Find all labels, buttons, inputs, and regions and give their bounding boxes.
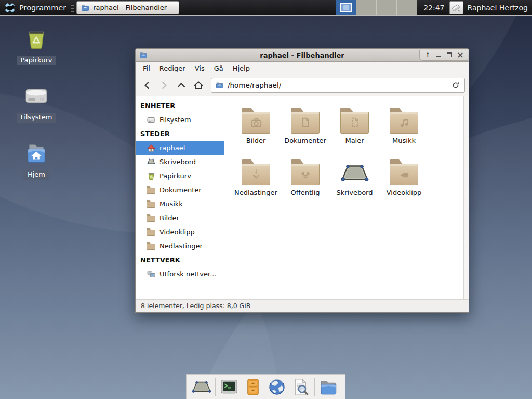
drive-icon (147, 116, 155, 124)
file-label: Nedlastinger (234, 189, 277, 196)
sidebar-item-label: Nedlastinger (159, 242, 203, 250)
desktop-icon-filsystem[interactable]: Filsystem (7, 84, 65, 123)
desktop-icon-hjem[interactable]: Hjem (7, 141, 65, 180)
folder-document-icon (291, 103, 320, 134)
file-search-button[interactable] (290, 377, 311, 397)
folder-video-icon (390, 155, 418, 186)
up-button[interactable] (174, 78, 189, 92)
sidebar-item-nedlastinger[interactable]: Nedlastinger (136, 239, 224, 253)
maximize-button[interactable] (444, 50, 455, 60)
window-folder-icon (139, 51, 148, 59)
desktop[interactable]: Papirkurv Filsystem (0, 16, 532, 399)
sidebar-item-raphael[interactable]: raphael (136, 141, 224, 155)
sidebar-header-steder: STEDER (136, 127, 224, 141)
drive-icon (24, 84, 49, 109)
desktop-icon-papirkurv[interactable]: Papirkurv (7, 27, 65, 65)
workspace-4[interactable] (397, 0, 417, 15)
desktop-icon (340, 155, 370, 186)
network-icon (147, 270, 155, 278)
folder-icon (147, 186, 155, 194)
vertical-scrollbar[interactable] (463, 96, 469, 299)
titlebar[interactable]: raphael - Filbehandler ↑ × (136, 49, 469, 62)
folder-icon (147, 228, 155, 236)
sidebar-item-musikk[interactable]: Musikk (136, 197, 224, 211)
sidebar-header-nettverk: NETTVERK (136, 253, 224, 267)
folder-window-icon (81, 4, 89, 12)
workspace-1[interactable] (336, 0, 356, 15)
window-controls: ↑ × (419, 50, 468, 61)
dock-separator (215, 378, 216, 396)
file-label: Dokumenter (284, 137, 326, 144)
menu-ga[interactable]: Gå (209, 62, 228, 75)
sidebar: ENHETER Filsystem STEDER (136, 96, 224, 299)
file-skrivebord[interactable]: Skrivebord (330, 155, 379, 207)
user-menu-button[interactable] (449, 1, 463, 14)
workspace-3[interactable] (377, 0, 397, 15)
sidebar-item-label: Musikk (159, 200, 183, 208)
sidebar-item-label: Skrivebord (159, 158, 196, 166)
folder-camera-icon (242, 103, 270, 134)
sidebar-item-papirkurv[interactable]: Papirkurv (136, 169, 224, 183)
desktop-icon-label: Papirkurv (17, 56, 57, 65)
panel-grip[interactable] (71, 4, 74, 12)
sidebar-item-label: Utforsk nettver... (159, 270, 217, 278)
close-button[interactable]: × (455, 50, 466, 60)
status-bar: 8 ielementer, Ledig plass: 8,0 GiB (136, 299, 469, 312)
file-maler[interactable]: Maler (330, 103, 379, 155)
sidebar-item-dokumenter[interactable]: Dokumenter (136, 183, 224, 197)
terminal-button[interactable] (219, 377, 240, 397)
minimize-button[interactable] (433, 50, 444, 60)
file-dokumenter[interactable]: Dokumenter (281, 103, 330, 155)
desktop-icon (147, 158, 155, 166)
file-view[interactable]: Bilder Dokumenter (224, 96, 469, 299)
workspace-switcher (336, 0, 417, 15)
toolbar (136, 75, 469, 96)
screen: Programmer raphael - Filbehandler (0, 0, 532, 399)
taskbar-window-button[interactable]: raphael - Filbehandler (76, 1, 179, 14)
xfce-applications-icon (4, 2, 16, 14)
file-bilder[interactable]: Bilder (231, 103, 281, 155)
folder-music-icon (390, 103, 418, 134)
file-label: Bilder (246, 137, 266, 144)
folder-share-icon (291, 155, 320, 186)
file-offentlig[interactable]: Offentlig (281, 155, 330, 207)
folder-icon (147, 200, 155, 208)
show-desktop-button[interactable] (191, 377, 212, 397)
sidebar-item-utforsk-nettverk[interactable]: Utforsk nettver... (136, 267, 224, 281)
file-musikk[interactable]: Musikk (379, 103, 429, 155)
path-input[interactable] (228, 81, 447, 89)
sidebar-item-skrivebord[interactable]: Skrivebord (136, 155, 224, 169)
home-button[interactable] (191, 78, 206, 92)
path-bar[interactable] (211, 78, 465, 93)
sidebar-header-enheter: ENHETER (136, 99, 224, 113)
workspace-2[interactable] (356, 0, 377, 15)
back-button[interactable] (139, 78, 155, 92)
taskbar-window-label: raphael - Filbehandler (93, 4, 167, 11)
sidebar-item-filsystem[interactable]: Filsystem (136, 113, 224, 127)
sidebar-item-label: Papirkurv (159, 172, 191, 180)
menu-rediger[interactable]: Rediger (155, 62, 190, 75)
sidebar-item-label: Bilder (159, 214, 179, 222)
menu-fil[interactable]: Fil (138, 62, 155, 75)
file-manager-window: raphael - Filbehandler ↑ × Fil Rediger V… (135, 48, 469, 313)
web-browser-button[interactable] (267, 377, 287, 397)
clock: 22:47 (423, 4, 444, 12)
shade-button[interactable]: ↑ (422, 50, 433, 60)
file-label: Maler (345, 137, 364, 144)
menu-hjelp[interactable]: Hjelp (228, 62, 255, 75)
sidebar-item-bilder[interactable]: Bilder (136, 211, 224, 225)
home-folder-icon (24, 141, 48, 166)
file-nedlastinger[interactable]: Nedlastinger (231, 155, 281, 207)
file-cabinet-button[interactable] (243, 377, 263, 397)
menu-vis[interactable]: Vis (190, 62, 209, 75)
reload-button[interactable] (451, 81, 460, 89)
file-videoklipp[interactable]: Videoklipp (379, 155, 429, 207)
folder-template-icon (340, 103, 369, 134)
applications-menu-button[interactable]: Programmer (0, 0, 71, 15)
forward-button[interactable] (156, 78, 172, 92)
path-folder-icon (216, 81, 224, 89)
sidebar-item-videoklipp[interactable]: Videoklipp (136, 225, 224, 239)
folder-button[interactable] (318, 377, 339, 397)
desktop-icon-label: Hjem (23, 170, 49, 180)
user-name: Raphael Hertzog (468, 4, 528, 12)
